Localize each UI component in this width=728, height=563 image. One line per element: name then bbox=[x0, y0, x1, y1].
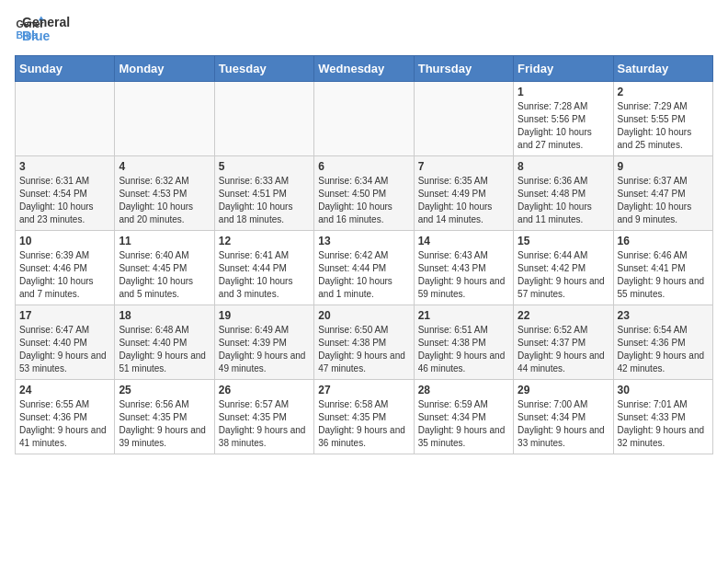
day-info: Sunrise: 6:58 AM Sunset: 4:35 PM Dayligh… bbox=[318, 398, 409, 450]
day-info: Sunrise: 6:49 AM Sunset: 4:39 PM Dayligh… bbox=[219, 324, 310, 375]
calendar-week-row: 24Sunrise: 6:55 AM Sunset: 4:36 PM Dayli… bbox=[16, 380, 713, 454]
day-number: 16 bbox=[618, 235, 709, 247]
day-number: 2 bbox=[618, 86, 709, 98]
day-number: 14 bbox=[418, 235, 509, 247]
day-number: 7 bbox=[418, 160, 509, 173]
logo: General Blue General Blue bbox=[15, 15, 70, 44]
day-info: Sunrise: 6:47 AM Sunset: 4:40 PM Dayligh… bbox=[19, 324, 110, 375]
day-info: Sunrise: 7:01 AM Sunset: 4:33 PM Dayligh… bbox=[618, 398, 709, 450]
calendar-day-cell: 22Sunrise: 6:52 AM Sunset: 4:37 PM Dayli… bbox=[514, 305, 613, 380]
calendar-day-cell: 15Sunrise: 6:44 AM Sunset: 4:42 PM Dayli… bbox=[514, 231, 613, 305]
day-info: Sunrise: 6:55 AM Sunset: 4:36 PM Dayligh… bbox=[19, 398, 110, 450]
day-number: 6 bbox=[318, 160, 409, 173]
day-number: 19 bbox=[219, 309, 310, 322]
page-header: General Blue General Blue bbox=[15, 15, 713, 44]
day-info: Sunrise: 6:31 AM Sunset: 4:54 PM Dayligh… bbox=[19, 175, 110, 226]
calendar-day-cell: 17Sunrise: 6:47 AM Sunset: 4:40 PM Dayli… bbox=[16, 305, 115, 380]
day-number: 22 bbox=[518, 309, 609, 322]
calendar-day-cell: 11Sunrise: 6:40 AM Sunset: 4:45 PM Dayli… bbox=[115, 231, 214, 305]
day-of-week-header: Thursday bbox=[414, 56, 513, 82]
calendar-day-cell: 7Sunrise: 6:35 AM Sunset: 4:49 PM Daylig… bbox=[414, 156, 513, 231]
day-info: Sunrise: 6:51 AM Sunset: 4:38 PM Dayligh… bbox=[418, 324, 509, 375]
calendar-day-cell: 30Sunrise: 7:01 AM Sunset: 4:33 PM Dayli… bbox=[613, 380, 712, 454]
calendar-day-cell: 21Sunrise: 6:51 AM Sunset: 4:38 PM Dayli… bbox=[414, 305, 513, 380]
day-of-week-header: Wednesday bbox=[314, 56, 414, 82]
calendar-day-cell: 13Sunrise: 6:42 AM Sunset: 4:44 PM Dayli… bbox=[314, 231, 414, 305]
day-number: 3 bbox=[19, 160, 110, 173]
day-info: Sunrise: 6:46 AM Sunset: 4:41 PM Dayligh… bbox=[618, 249, 709, 301]
day-of-week-header: Monday bbox=[115, 56, 214, 82]
day-number: 28 bbox=[418, 384, 509, 396]
day-info: Sunrise: 6:33 AM Sunset: 4:51 PM Dayligh… bbox=[219, 175, 310, 226]
calendar-day-cell bbox=[115, 82, 214, 156]
day-number: 17 bbox=[19, 309, 110, 322]
calendar-day-cell: 19Sunrise: 6:49 AM Sunset: 4:39 PM Dayli… bbox=[214, 305, 313, 380]
day-number: 10 bbox=[19, 235, 110, 247]
day-of-week-header: Saturday bbox=[613, 56, 712, 82]
day-info: Sunrise: 6:54 AM Sunset: 4:36 PM Dayligh… bbox=[618, 324, 709, 375]
day-info: Sunrise: 6:48 AM Sunset: 4:40 PM Dayligh… bbox=[119, 324, 210, 375]
day-info: Sunrise: 6:40 AM Sunset: 4:45 PM Dayligh… bbox=[119, 249, 210, 301]
logo-blue: Blue bbox=[22, 29, 70, 43]
day-number: 15 bbox=[518, 235, 609, 247]
calendar-week-row: 10Sunrise: 6:39 AM Sunset: 4:46 PM Dayli… bbox=[16, 231, 713, 305]
day-number: 18 bbox=[119, 309, 210, 322]
day-info: Sunrise: 7:28 AM Sunset: 5:56 PM Dayligh… bbox=[518, 100, 609, 152]
day-info: Sunrise: 6:35 AM Sunset: 4:49 PM Dayligh… bbox=[418, 175, 509, 226]
day-number: 20 bbox=[318, 309, 409, 322]
day-number: 9 bbox=[618, 160, 709, 173]
calendar-day-cell: 25Sunrise: 6:56 AM Sunset: 4:35 PM Dayli… bbox=[115, 380, 214, 454]
calendar-week-row: 3Sunrise: 6:31 AM Sunset: 4:54 PM Daylig… bbox=[16, 156, 713, 231]
day-of-week-header: Friday bbox=[514, 56, 613, 82]
day-info: Sunrise: 6:50 AM Sunset: 4:38 PM Dayligh… bbox=[318, 324, 409, 375]
calendar-header-row: SundayMondayTuesdayWednesdayThursdayFrid… bbox=[16, 56, 713, 82]
calendar-day-cell: 14Sunrise: 6:43 AM Sunset: 4:43 PM Dayli… bbox=[414, 231, 513, 305]
calendar-day-cell: 29Sunrise: 7:00 AM Sunset: 4:34 PM Dayli… bbox=[514, 380, 613, 454]
day-number: 13 bbox=[318, 235, 409, 247]
calendar-day-cell: 5Sunrise: 6:33 AM Sunset: 4:51 PM Daylig… bbox=[214, 156, 313, 231]
calendar-day-cell: 20Sunrise: 6:50 AM Sunset: 4:38 PM Dayli… bbox=[314, 305, 414, 380]
day-info: Sunrise: 6:56 AM Sunset: 4:35 PM Dayligh… bbox=[119, 398, 210, 450]
day-info: Sunrise: 6:37 AM Sunset: 4:47 PM Dayligh… bbox=[618, 175, 709, 226]
day-info: Sunrise: 6:57 AM Sunset: 4:35 PM Dayligh… bbox=[219, 398, 310, 450]
calendar-day-cell: 4Sunrise: 6:32 AM Sunset: 4:53 PM Daylig… bbox=[115, 156, 214, 231]
day-info: Sunrise: 6:34 AM Sunset: 4:50 PM Dayligh… bbox=[318, 175, 409, 226]
day-number: 4 bbox=[119, 160, 210, 173]
day-info: Sunrise: 6:43 AM Sunset: 4:43 PM Dayligh… bbox=[418, 249, 509, 301]
calendar-day-cell: 27Sunrise: 6:58 AM Sunset: 4:35 PM Dayli… bbox=[314, 380, 414, 454]
calendar-day-cell: 24Sunrise: 6:55 AM Sunset: 4:36 PM Dayli… bbox=[16, 380, 115, 454]
day-number: 5 bbox=[219, 160, 310, 173]
day-number: 27 bbox=[318, 384, 409, 396]
calendar-day-cell: 26Sunrise: 6:57 AM Sunset: 4:35 PM Dayli… bbox=[214, 380, 313, 454]
calendar-day-cell: 2Sunrise: 7:29 AM Sunset: 5:55 PM Daylig… bbox=[613, 82, 712, 156]
day-number: 23 bbox=[618, 309, 709, 322]
day-number: 8 bbox=[518, 160, 609, 173]
day-number: 11 bbox=[119, 235, 210, 247]
day-info: Sunrise: 6:39 AM Sunset: 4:46 PM Dayligh… bbox=[19, 249, 110, 301]
logo-general: General bbox=[22, 16, 70, 29]
day-info: Sunrise: 7:00 AM Sunset: 4:34 PM Dayligh… bbox=[518, 398, 609, 450]
calendar-day-cell bbox=[214, 82, 313, 156]
calendar-day-cell: 23Sunrise: 6:54 AM Sunset: 4:36 PM Dayli… bbox=[613, 305, 712, 380]
day-of-week-header: Tuesday bbox=[214, 56, 313, 82]
day-number: 21 bbox=[418, 309, 509, 322]
day-number: 26 bbox=[219, 384, 310, 396]
day-info: Sunrise: 6:44 AM Sunset: 4:42 PM Dayligh… bbox=[518, 249, 609, 301]
calendar-week-row: 1Sunrise: 7:28 AM Sunset: 5:56 PM Daylig… bbox=[16, 82, 713, 156]
calendar-table: SundayMondayTuesdayWednesdayThursdayFrid… bbox=[15, 55, 713, 454]
calendar-day-cell bbox=[314, 82, 414, 156]
calendar-day-cell bbox=[16, 82, 115, 156]
calendar-week-row: 17Sunrise: 6:47 AM Sunset: 4:40 PM Dayli… bbox=[16, 305, 713, 380]
day-number: 1 bbox=[518, 86, 609, 98]
day-info: Sunrise: 6:36 AM Sunset: 4:48 PM Dayligh… bbox=[518, 175, 609, 226]
day-number: 25 bbox=[119, 384, 210, 396]
day-info: Sunrise: 6:52 AM Sunset: 4:37 PM Dayligh… bbox=[518, 324, 609, 375]
day-of-week-header: Sunday bbox=[16, 56, 115, 82]
calendar-day-cell: 10Sunrise: 6:39 AM Sunset: 4:46 PM Dayli… bbox=[16, 231, 115, 305]
calendar-day-cell: 3Sunrise: 6:31 AM Sunset: 4:54 PM Daylig… bbox=[16, 156, 115, 231]
day-info: Sunrise: 6:32 AM Sunset: 4:53 PM Dayligh… bbox=[119, 175, 210, 226]
calendar-day-cell bbox=[414, 82, 513, 156]
day-info: Sunrise: 6:42 AM Sunset: 4:44 PM Dayligh… bbox=[318, 249, 409, 301]
calendar-day-cell: 6Sunrise: 6:34 AM Sunset: 4:50 PM Daylig… bbox=[314, 156, 414, 231]
calendar-day-cell: 18Sunrise: 6:48 AM Sunset: 4:40 PM Dayli… bbox=[115, 305, 214, 380]
